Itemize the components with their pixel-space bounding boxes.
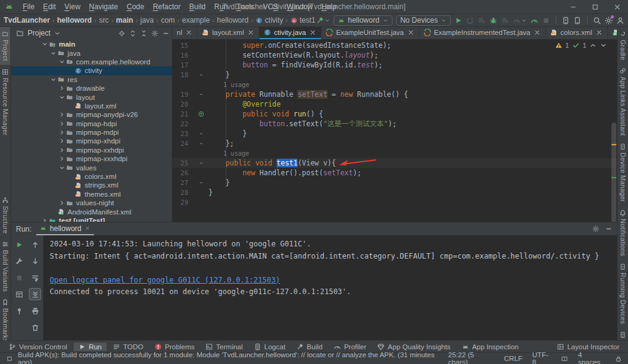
stop-button[interactable] — [13, 271, 25, 284]
tool-strip-device-manager[interactable]: Device Manager — [618, 140, 628, 206]
close-tab-icon[interactable] — [185, 29, 193, 36]
tree-item-mipmap-xxhdpi[interactable]: mipmap-xxhdpi — [11, 146, 172, 154]
settings-button[interactable] — [605, 17, 613, 25]
next-problem-icon[interactable] — [600, 42, 607, 49]
tree-expand-arrow-icon[interactable] — [58, 146, 66, 153]
close-button[interactable] — [606, 0, 628, 13]
edit-run-configuration-button[interactable] — [13, 255, 25, 267]
tree-item-com.example.helloword[interactable]: com.example.helloword — [11, 58, 172, 66]
code-annotation-line[interactable]: 1 usage — [172, 148, 617, 158]
code-line-23[interactable]: 23 } — [172, 129, 617, 138]
code-annotation-line[interactable]: 1 usage — [172, 80, 617, 89]
tree-item-test-unittest[interactable]: test [unitTest] — [11, 216, 172, 222]
toolwindow-tab-todo[interactable]: TODO — [108, 343, 148, 351]
console-logcat-link[interactable]: Open logcat panel for google G011C (127.… — [50, 275, 611, 287]
menu-view[interactable]: View — [60, 0, 85, 13]
fold-marker-icon[interactable] — [198, 160, 204, 166]
tool-strip-app-links-assistant[interactable]: App Links Assistant — [618, 64, 628, 140]
restart-activity-button[interactable] — [466, 17, 474, 25]
menu-build[interactable]: Build — [185, 0, 210, 13]
breadcrumb-example[interactable]: example — [182, 16, 210, 25]
maximize-button[interactable] — [584, 0, 606, 13]
tool-strip-running-devices[interactable]: Running Devices — [618, 260, 628, 328]
collapse-all-button[interactable] — [140, 30, 147, 37]
menu-edit[interactable]: Edit — [39, 0, 60, 13]
code-line-17[interactable]: 17 button = findViewById(R.id.test); — [172, 60, 617, 70]
tool-strip-resource-manager[interactable]: Resource Manager — [0, 65, 10, 139]
run-console-output[interactable]: 2024-03-10 17:41:53: Launching helloword… — [44, 235, 617, 340]
tree-item-mipmap-xxxhdpi[interactable]: mipmap-xxxhdpi — [11, 154, 172, 163]
tree-expand-arrow-icon[interactable] — [58, 138, 66, 145]
toolwindow-tab-build[interactable]: Build — [291, 343, 327, 351]
tool-strip-device-explorer[interactable]: Device Explorer — [618, 328, 628, 340]
fold-marker-icon[interactable] — [198, 91, 204, 97]
warning-stripe-mark[interactable] — [611, 144, 616, 145]
tree-item-themes.xml[interactable]: xmlthemes.xml — [11, 190, 172, 199]
tree-item-colors.xml[interactable]: xmlcolors.xml — [11, 172, 172, 181]
tree-expand-arrow-icon[interactable] — [58, 156, 66, 162]
tree-item-androidmanifest.xml[interactable]: MAndroidManifest.xml — [11, 207, 172, 216]
tree-expand-arrow-icon[interactable] — [58, 200, 66, 207]
toolwindow-tab-app-quality-insights[interactable]: App Quality Insights — [372, 343, 455, 351]
tree-item-mipmap-hdpi[interactable]: mipmap-hdpi — [11, 119, 172, 128]
tree-item-main[interactable]: main — [11, 40, 172, 48]
menu-tools[interactable]: Tools — [232, 0, 258, 13]
tree-item-values-night[interactable]: values-night — [11, 199, 172, 207]
tree-expand-arrow-icon[interactable] — [58, 112, 66, 118]
tool-strip-structure[interactable]: Structure — [0, 193, 10, 237]
status-4-spaces[interactable]: 4 spaces — [578, 351, 605, 364]
tree-collapse-arrow-icon[interactable] — [58, 58, 66, 65]
tree-item-strings.xml[interactable]: xmlstrings.xml — [11, 181, 172, 189]
rerun-button[interactable] — [13, 238, 25, 251]
profile-low-overhead-button[interactable] — [530, 17, 538, 25]
close-tab-icon[interactable] — [407, 29, 415, 36]
tab-exampleinstrumentedtest-java[interactable]: ExampleInstrumentedTest.java — [419, 27, 546, 39]
close-tab-icon[interactable] — [595, 29, 603, 36]
inspections-widget[interactable]: 1 1 — [555, 42, 607, 49]
tree-item-values[interactable]: values — [11, 163, 172, 172]
restore-layout-button[interactable] — [13, 288, 25, 300]
close-tab-icon[interactable] — [534, 29, 541, 36]
close-tab-icon[interactable] — [85, 226, 90, 231]
code-line-21[interactable]: 21 public void run() { — [172, 109, 617, 119]
fold-marker-icon[interactable] — [198, 180, 204, 186]
tree-collapse-arrow-icon[interactable] — [40, 41, 49, 48]
tab-exampleunittest-java[interactable]: ExampleUnitTest.java — [321, 27, 419, 39]
tree-expand-arrow-icon[interactable] — [40, 218, 49, 222]
breadcrumb-helloword[interactable]: helloword — [217, 16, 248, 25]
code-line-24[interactable]: 24 }; — [172, 138, 617, 148]
tree-collapse-arrow-icon[interactable] — [49, 76, 58, 83]
tool-strip-gradle[interactable]: Gradle — [618, 27, 628, 64]
pin-tab-button[interactable] — [13, 305, 25, 317]
menu-refactor[interactable]: Refactor — [148, 0, 185, 13]
tree-item-layout.xml[interactable]: xmllayout.xml — [11, 102, 172, 110]
apply-code-changes-button[interactable] — [501, 17, 509, 25]
tab-nl[interactable]: nl — [172, 27, 197, 39]
code-line-19[interactable]: 19 private Runnable setText = new Runnab… — [172, 89, 617, 99]
menu-navigate[interactable]: Navigate — [85, 0, 122, 13]
apply-changes-button[interactable] — [478, 17, 486, 25]
stop-button[interactable] — [542, 17, 550, 25]
toolwindow-tab-terminal[interactable]: Terminal — [201, 343, 247, 351]
menu-help[interactable]: Help — [317, 0, 341, 13]
project-panel-title[interactable]: Project — [28, 29, 50, 37]
expand-all-button[interactable] — [129, 30, 136, 37]
tree-expand-arrow-icon[interactable] — [58, 85, 66, 92]
tree-collapse-arrow-icon[interactable] — [58, 164, 66, 171]
code-line-29[interactable]: 29 — [172, 197, 617, 207]
code-line-22[interactable]: 22 button.setText("这是一个测试文本"); — [172, 119, 617, 129]
status-25-22-5-chars-[interactable]: 25:22 (5 chars) — [448, 351, 494, 364]
breadcrumb-test1[interactable]: mtest1 — [291, 16, 316, 25]
toolwindow-tab-app-inspection[interactable]: App Inspection — [457, 343, 524, 351]
profiler-button[interactable] — [513, 17, 527, 25]
tool-strip-notifications[interactable]: Notifications — [618, 206, 628, 260]
prev-problem-icon[interactable] — [589, 42, 597, 49]
scrollbar-thumb[interactable] — [611, 123, 616, 222]
menu-file[interactable]: File — [18, 0, 39, 13]
device-manager-button[interactable] — [562, 17, 570, 25]
tool-strip-project[interactable]: Project — [0, 27, 10, 65]
ok-stripe-mark[interactable] — [611, 177, 616, 178]
tree-item-ctivity[interactable]: Cctivity — [11, 66, 172, 75]
run-configuration-select[interactable]: helloword — [334, 15, 392, 26]
tree-collapse-arrow-icon[interactable] — [58, 94, 66, 100]
